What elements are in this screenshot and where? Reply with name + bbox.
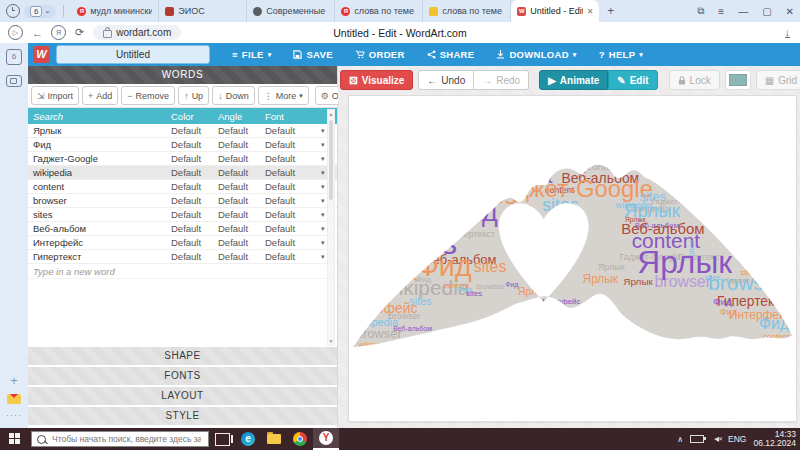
section-shape[interactable]: SHAPE: [28, 347, 337, 365]
lock-button[interactable]: Lock: [669, 70, 720, 90]
font-cell[interactable]: Default: [265, 125, 321, 136]
word-row[interactable]: contentDefaultDefaultDefault▾: [28, 180, 337, 194]
angle-cell[interactable]: Default: [218, 251, 265, 262]
word-row[interactable]: ГипертекстDefaultDefaultDefault▾: [28, 250, 337, 264]
panels-icon[interactable]: ⧉: [697, 5, 704, 17]
task-view-button[interactable]: [209, 428, 235, 450]
camera-icon[interactable]: [6, 75, 22, 87]
font-cell[interactable]: Default: [265, 153, 321, 164]
word-row[interactable]: ФидDefaultDefaultDefault▾: [28, 138, 337, 152]
word-row[interactable]: sitesDefaultDefaultDefault▾: [28, 208, 337, 222]
browser-tab[interactable]: Ямудл мининский унив: [71, 0, 159, 22]
background-color-swatch[interactable]: [725, 70, 751, 90]
edit-button[interactable]: ✎Edit: [608, 70, 657, 90]
browser-tab[interactable]: WUntitled - Edit - Word✕: [511, 0, 599, 22]
section-style[interactable]: STYLE: [28, 407, 337, 425]
chrome-button[interactable]: [287, 428, 313, 450]
tabs-panel-icon[interactable]: 6: [6, 49, 22, 65]
menu-save[interactable]: SAVE: [283, 49, 342, 60]
redo-button[interactable]: →Redo: [474, 70, 529, 90]
browser-tab[interactable]: Современные информ: [247, 0, 335, 22]
wordcloud-canvas[interactable]: contentВеб-альбомcontentsitesГипертекстЯ…: [348, 95, 797, 422]
font-cell[interactable]: Default: [265, 181, 321, 192]
menu-help[interactable]: ?HELP▾: [589, 49, 653, 60]
font-cell[interactable]: Default: [265, 195, 321, 206]
browser-tab[interactable]: слова по теме «Технол: [423, 0, 511, 22]
minimize-button[interactable]: —: [738, 6, 748, 17]
taskbar-search-input[interactable]: [50, 433, 203, 445]
add-button[interactable]: +Add: [82, 86, 118, 105]
import-button[interactable]: ⇲Import: [31, 86, 79, 105]
yandex-services-icon[interactable]: Я: [51, 25, 66, 40]
menu-order[interactable]: ORDER: [345, 49, 415, 60]
word-cell[interactable]: Интерфейс: [28, 237, 171, 248]
scroll-down-icon[interactable]: ▼: [328, 338, 334, 344]
grid-button[interactable]: ▦Grid: [756, 70, 800, 90]
angle-cell[interactable]: Default: [218, 153, 265, 164]
battery-icon[interactable]: [690, 435, 704, 443]
angle-cell[interactable]: Default: [218, 167, 265, 178]
language-indicator[interactable]: ENG: [728, 434, 746, 444]
wordart-logo[interactable]: W: [33, 46, 50, 63]
section-fonts[interactable]: FONTS: [28, 367, 337, 385]
explorer-button[interactable]: [261, 428, 287, 450]
words-scrollbar[interactable]: ▲ ▼: [327, 109, 335, 346]
menu-file[interactable]: ≡FILE▾: [222, 49, 281, 60]
scroll-up-icon[interactable]: ▲: [328, 111, 334, 117]
column-font[interactable]: Font: [265, 111, 321, 122]
taskbar-clock[interactable]: 14:33 06.12.2024: [753, 430, 796, 448]
angle-cell[interactable]: Default: [218, 195, 265, 206]
start-button[interactable]: [9, 433, 21, 445]
browser-menu-icon[interactable]: ≡: [718, 6, 724, 17]
font-cell[interactable]: Default: [265, 251, 321, 262]
color-cell[interactable]: Default: [171, 181, 218, 192]
tab-counter[interactable]: 6 ⌄: [24, 5, 56, 18]
up-button[interactable]: ↑Up: [178, 86, 209, 105]
angle-cell[interactable]: Default: [218, 181, 265, 192]
mail-icon[interactable]: [7, 394, 21, 404]
download-page-icon[interactable]: ↓: [785, 27, 791, 38]
word-row[interactable]: ИнтерфейсDefaultDefaultDefault▾: [28, 236, 337, 250]
word-cell[interactable]: Фид: [28, 139, 171, 150]
edge-button[interactable]: e: [235, 428, 261, 450]
color-cell[interactable]: Default: [171, 125, 218, 136]
font-cell[interactable]: Default: [265, 209, 321, 220]
down-button[interactable]: ↓Down: [212, 86, 255, 105]
word-cell[interactable]: wikipedia: [28, 167, 171, 178]
history-icon[interactable]: [6, 4, 20, 18]
word-cell[interactable]: Гаджет-Google: [28, 153, 171, 164]
column-angle[interactable]: Angle: [218, 111, 265, 122]
font-cell[interactable]: Default: [265, 223, 321, 234]
volume-muted-icon[interactable]: [711, 435, 721, 443]
angle-cell[interactable]: Default: [218, 223, 265, 234]
word-row[interactable]: wikipediaDefaultDefaultDefault▾: [28, 166, 337, 180]
words-panel-title[interactable]: WORDS: [28, 66, 337, 84]
menu-share[interactable]: SHARE: [417, 49, 485, 60]
column-color[interactable]: Color: [171, 111, 218, 122]
color-cell[interactable]: Default: [171, 237, 218, 248]
yandex-browser-button[interactable]: Y: [313, 428, 339, 450]
search-input[interactable]: Search: [28, 111, 171, 122]
angle-cell[interactable]: Default: [218, 209, 265, 220]
maximize-button[interactable]: ▢: [762, 6, 771, 17]
word-cell[interactable]: Веб-альбом: [28, 223, 171, 234]
back-icon[interactable]: ←: [32, 27, 43, 39]
font-cell[interactable]: Default: [265, 139, 321, 150]
browser-tab[interactable]: Яслова по теме «Технол: [335, 0, 423, 22]
animate-button[interactable]: ▶Animate: [539, 70, 608, 90]
new-word-row[interactable]: Type in a new word: [28, 264, 337, 279]
word-row[interactable]: Гаджет-GoogleDefaultDefaultDefault▾: [28, 152, 337, 166]
url-field[interactable]: wordart.com: [93, 25, 181, 40]
more-dots-icon[interactable]: ····: [0, 410, 28, 420]
undo-button[interactable]: ←Undo: [418, 70, 474, 90]
word-row[interactable]: Веб-альбомDefaultDefaultDefault▾: [28, 222, 337, 236]
hidden-icons-chevron[interactable]: ∧: [677, 435, 683, 444]
angle-cell[interactable]: Default: [218, 125, 265, 136]
refresh-icon[interactable]: ⟳: [75, 26, 84, 39]
word-cell[interactable]: browser: [28, 195, 171, 206]
font-cell[interactable]: Default: [265, 167, 321, 178]
menu-download[interactable]: DOWNLOAD▾: [486, 49, 586, 60]
remove-button[interactable]: −Remove: [121, 86, 175, 105]
document-title-input[interactable]: [56, 45, 210, 64]
word-cell[interactable]: content: [28, 181, 171, 192]
